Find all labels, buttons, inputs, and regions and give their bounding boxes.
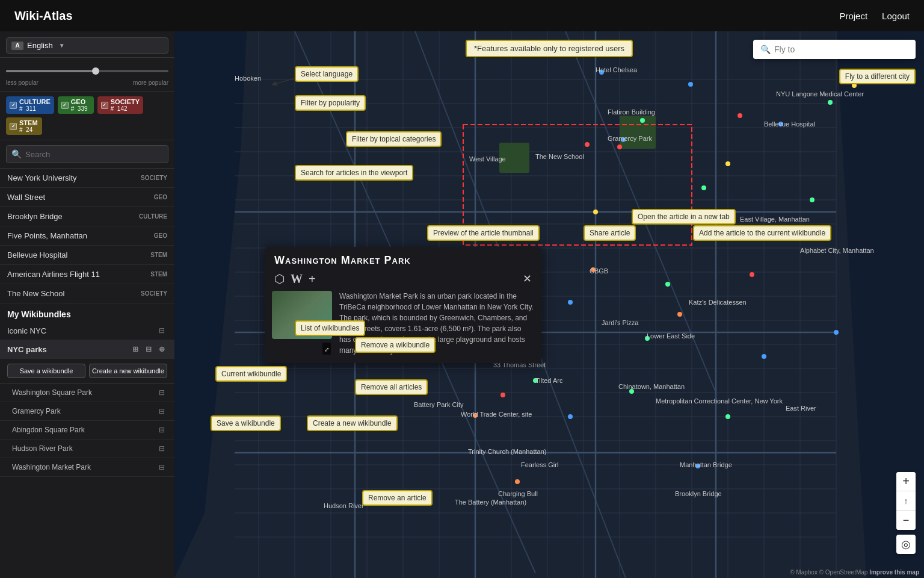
- article-item-fivepoints[interactable]: Five Points, Manhattan GEO: [0, 226, 174, 246]
- popup-add-icon[interactable]: +: [309, 272, 316, 286]
- map-point[interactable]: [515, 479, 520, 484]
- article-item-aa11[interactable]: American Airlines Flight 11 STEM: [0, 265, 174, 284]
- cat-society[interactable]: ✓ SOCIETY # 142: [97, 96, 143, 114]
- header: Wiki-Atlas Project Logout: [0, 0, 924, 31]
- bundle-icons: ⊟: [156, 325, 167, 336]
- popup-description: Washington Market Park is an urban park …: [339, 291, 534, 356]
- save-wikibundle-button[interactable]: Save a wikibundle: [7, 364, 85, 378]
- search-input[interactable]: [25, 150, 163, 159]
- map-point[interactable]: [568, 414, 573, 419]
- lang-dropdown-icon: ▼: [59, 42, 65, 49]
- reg-notice-text: *Features available only to registered u…: [474, 44, 624, 53]
- language-selector[interactable]: A English ▼: [6, 37, 168, 54]
- popup-thumb-image: [272, 291, 332, 339]
- map-point[interactable]: [617, 144, 622, 149]
- bundle-share-icon[interactable]: ⊟: [143, 344, 154, 355]
- map-point[interactable]: [828, 100, 833, 105]
- fly-to-input[interactable]: [774, 45, 908, 54]
- locate-button[interactable]: ◎: [896, 535, 916, 554]
- cat-culture-label: CULTURE # 311: [19, 98, 51, 112]
- map-point[interactable]: [621, 137, 626, 142]
- slider-min-label: less popular: [6, 79, 38, 86]
- zoom-reset-button[interactable]: ↑: [896, 491, 916, 511]
- map-point[interactable]: [701, 185, 706, 190]
- map-point[interactable]: [629, 389, 634, 394]
- nav-logout[interactable]: Logout: [882, 11, 910, 21]
- subarticle-abingdon[interactable]: Abingdon Square Park ⊟: [0, 421, 174, 440]
- article-item-wallst[interactable]: Wall Street GEO: [0, 188, 174, 207]
- map-point[interactable]: [810, 197, 815, 202]
- bundle-delete-icon[interactable]: ⊕: [156, 344, 167, 355]
- map-point[interactable]: [593, 210, 598, 214]
- cat-culture[interactable]: ✓ CULTURE # 311: [6, 96, 54, 114]
- map-point[interactable]: [804, 228, 808, 232]
- map-point[interactable]: [762, 354, 766, 359]
- article-tag: STEM: [150, 252, 167, 258]
- slider-fill: [6, 70, 96, 72]
- language-section: A English ▼: [0, 31, 174, 58]
- subarticle-washington-sq[interactable]: Washington Square Park ⊟: [0, 384, 174, 402]
- article-name: The New School: [7, 289, 64, 298]
- map-area[interactable]: Hoboken Hotel Chelsea Flatiron Building …: [174, 31, 924, 578]
- search-icon: 🔍: [11, 149, 22, 159]
- subarticle-remove-icon[interactable]: ⊟: [156, 443, 167, 454]
- lang-flag-icon: A: [11, 42, 23, 50]
- article-popup: Washington Market Park ⬡ W + ✕ ⤢ Washing…: [265, 247, 541, 363]
- popup-close-button[interactable]: ✕: [523, 272, 532, 285]
- map-point[interactable]: [645, 336, 650, 341]
- article-name: Five Points, Manhattan: [7, 231, 87, 240]
- bundle-nyc-parks[interactable]: NYC parks ⊞ ⊟ ⊕: [0, 340, 174, 359]
- map-point[interactable]: [665, 282, 670, 287]
- article-item-newschool[interactable]: The New School SOCIETY: [0, 284, 174, 303]
- map-point[interactable]: [599, 70, 604, 75]
- map-point[interactable]: [533, 378, 538, 383]
- subarticle-washington-market[interactable]: Washington Market Park ⊟: [0, 458, 174, 477]
- subarticle-remove-icon[interactable]: ⊟: [156, 462, 167, 473]
- map-point[interactable]: [834, 330, 839, 335]
- article-item-bellevue[interactable]: Bellevue Hospital STEM: [0, 246, 174, 265]
- map-point[interactable]: [568, 300, 573, 305]
- subarticle-remove-icon[interactable]: ⊟: [156, 406, 167, 417]
- map-point[interactable]: [591, 267, 596, 272]
- subarticle-remove-icon[interactable]: ⊟: [156, 387, 167, 398]
- subarticle-gramercy[interactable]: Gramercy Park ⊟: [0, 402, 174, 421]
- subarticle-remove-icon[interactable]: ⊟: [156, 424, 167, 435]
- map-point[interactable]: [473, 413, 478, 418]
- app-title: Wiki-Atlas: [14, 9, 73, 23]
- article-name: Wall Street: [7, 193, 45, 202]
- article-name: Brooklyn Bridge: [7, 212, 63, 221]
- map-point[interactable]: [852, 83, 857, 88]
- map-point[interactable]: [500, 393, 505, 397]
- locate-icon: ◎: [901, 538, 911, 551]
- article-item-nyu[interactable]: New York University SOCIETY: [0, 169, 174, 188]
- article-item-bbridge[interactable]: Brooklyn Bridge CULTURE: [0, 207, 174, 226]
- popup-share-icon[interactable]: ⬡: [274, 272, 285, 286]
- map-point[interactable]: [688, 82, 693, 87]
- create-wikibundle-button[interactable]: Create a new wikibundle: [89, 364, 167, 378]
- subarticle-hudson-river[interactable]: Hudson River Park ⊟: [0, 440, 174, 458]
- popularity-slider[interactable]: [6, 65, 168, 77]
- map-point[interactable]: [677, 312, 682, 317]
- zoom-out-button[interactable]: −: [896, 511, 916, 530]
- zoom-in-button[interactable]: +: [896, 472, 916, 491]
- bundle-iconic-nyc[interactable]: Iconic NYC ⊟: [0, 322, 174, 340]
- bundle-export-icon[interactable]: ⊞: [130, 344, 141, 355]
- map-point[interactable]: [750, 272, 754, 277]
- cat-stem[interactable]: ✓ STEM # 24: [6, 117, 42, 135]
- slider-thumb[interactable]: [92, 67, 99, 75]
- map-point[interactable]: [640, 118, 645, 123]
- map-point[interactable]: [695, 464, 700, 468]
- zoom-controls: + ↑ −: [896, 472, 916, 530]
- popup-expand-icon[interactable]: ⤢: [322, 343, 331, 355]
- popup-thumbnail[interactable]: [272, 291, 332, 339]
- nav-project[interactable]: Project: [839, 11, 867, 21]
- cat-geo[interactable]: ✓ GEO # 339: [58, 96, 94, 114]
- map-point[interactable]: [738, 113, 742, 118]
- map-point[interactable]: [725, 414, 730, 419]
- map-point[interactable]: [585, 142, 590, 147]
- bundle-remove-icon[interactable]: ⊟: [156, 325, 167, 336]
- popup-wikipedia-icon[interactable]: W: [291, 272, 303, 286]
- map-point[interactable]: [725, 161, 730, 166]
- improve-map-link[interactable]: Improve this map: [869, 569, 919, 576]
- map-point[interactable]: [778, 122, 783, 126]
